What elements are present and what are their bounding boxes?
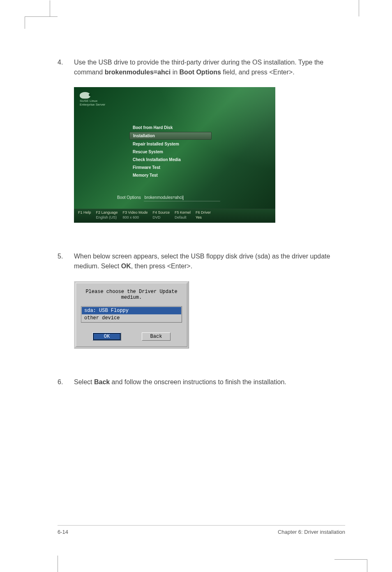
dialog-title: Please choose the Driver Update medium. bbox=[81, 289, 182, 300]
f2-language[interactable]: F2 Language bbox=[96, 210, 118, 215]
step-6-number: 6. bbox=[58, 377, 74, 387]
step-5-pre: When below screen appears, select the US… bbox=[74, 253, 330, 270]
f5-kernel[interactable]: F5 Kernel bbox=[175, 210, 191, 215]
dialog-inner: Please choose the Driver Update medium. … bbox=[76, 283, 187, 347]
driver-update-dialog: Please choose the Driver Update medium. … bbox=[74, 281, 189, 348]
step-5: 5. When below screen appears, select the… bbox=[58, 251, 345, 271]
boot-menu-rescue[interactable]: Rescue System bbox=[129, 148, 212, 155]
f4-source[interactable]: F4 Source bbox=[152, 210, 170, 215]
f6-val: Yes bbox=[196, 215, 211, 220]
step-6-back: Back bbox=[94, 378, 110, 385]
f2-val: English (US) bbox=[96, 215, 118, 220]
boot-menu-repair[interactable]: Repair Installed System bbox=[129, 141, 212, 148]
step-4: 4. Use the USB drive to provide the thir… bbox=[58, 58, 345, 77]
gecko-icon bbox=[80, 92, 90, 99]
boot-options-label: Boot Options bbox=[117, 195, 141, 200]
step-4-text: Use the USB drive to provide the third-p… bbox=[74, 58, 345, 77]
crop-mark-top-left bbox=[25, 16, 58, 29]
crop-mark-bottom-left bbox=[58, 556, 58, 572]
text-cursor-icon bbox=[183, 196, 183, 200]
step-6-pre: Select bbox=[74, 378, 94, 385]
dialog-list: sda: USB Floppy other device bbox=[81, 306, 182, 323]
boot-options-value: brokenmodules=ahci bbox=[145, 195, 183, 200]
page-number: 6-14 bbox=[58, 529, 68, 535]
crop-mark-bottom-right bbox=[334, 559, 367, 560]
boot-options-input[interactable]: brokenmodules=ahci bbox=[144, 195, 221, 201]
step-4-number: 4. bbox=[58, 58, 74, 77]
f3-val: 800 x 600 bbox=[123, 215, 148, 220]
f5-val: Default bbox=[175, 215, 191, 220]
boot-menu-memory-test[interactable]: Memory Test bbox=[129, 172, 212, 179]
page-body: 4. Use the USB drive to provide the thir… bbox=[58, 58, 345, 397]
suse-footer: F1 Help F2 LanguageEnglish (US) F3 Video… bbox=[74, 209, 275, 223]
chapter-label: Chapter 6: Driver installation bbox=[278, 529, 345, 535]
suse-boot-screenshot: SUSE Linux Enterprise Server Boot from H… bbox=[74, 87, 275, 223]
boot-menu: Boot from Hard Disk Installation Repair … bbox=[129, 124, 212, 180]
dialog-item-other[interactable]: other device bbox=[82, 314, 181, 322]
boot-menu-hard-disk[interactable]: Boot from Hard Disk bbox=[129, 124, 212, 131]
step-5-number: 5. bbox=[58, 251, 74, 271]
boot-menu-installation[interactable]: Installation bbox=[129, 132, 212, 140]
step-5-text: When below screen appears, select the US… bbox=[74, 251, 345, 271]
f1-help[interactable]: F1 Help bbox=[78, 210, 91, 215]
f6-driver[interactable]: F6 Driver bbox=[196, 210, 211, 215]
dialog-item-sda[interactable]: sda: USB Floppy bbox=[82, 307, 181, 314]
dialog-buttons: OK Back bbox=[81, 332, 182, 341]
step-6-text: Select Back and follow the onscreen inst… bbox=[74, 377, 345, 387]
step-6: 6. Select Back and follow the onscreen i… bbox=[58, 377, 345, 387]
boot-options-row: Boot Options brokenmodules=ahci bbox=[117, 195, 220, 201]
step-6-post: and follow the onscreen instructions to … bbox=[110, 378, 286, 385]
step-4-post: field, and press <Enter>. bbox=[221, 69, 295, 76]
f4-val: DVD bbox=[152, 215, 170, 220]
back-button[interactable]: Back bbox=[142, 332, 171, 341]
page-footer: 6-14 Chapter 6: Driver installation bbox=[58, 525, 345, 535]
ok-button[interactable]: OK bbox=[92, 332, 121, 341]
step-5-ok: OK bbox=[121, 263, 131, 270]
step-4-mid: in bbox=[171, 69, 179, 76]
suse-logo: SUSE Linux Enterprise Server bbox=[80, 92, 105, 107]
suse-logo-line2: Enterprise Server bbox=[80, 103, 105, 107]
step-5-post: , then press <Enter>. bbox=[131, 263, 192, 270]
boot-menu-check-media[interactable]: Check Installation Media bbox=[129, 156, 212, 163]
step-4-cmd: brokenmodules=ahci bbox=[105, 69, 171, 76]
crop-mark-top-right bbox=[359, 0, 359, 16]
step-4-field: Boot Options bbox=[180, 69, 221, 76]
f3-video[interactable]: F3 Video Mode bbox=[123, 210, 148, 215]
boot-menu-firmware-test[interactable]: Firmware Test bbox=[129, 164, 212, 171]
